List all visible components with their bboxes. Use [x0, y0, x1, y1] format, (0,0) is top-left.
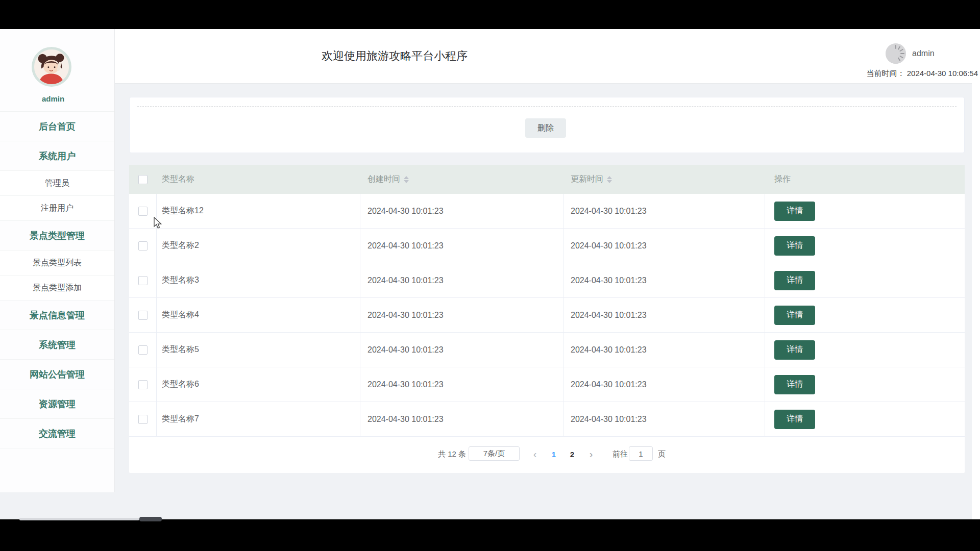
detail-button[interactable]: 详情 [774, 306, 815, 325]
seekbar-knob [139, 517, 162, 521]
cell-updated-time: 2024-04-30 10:01:23 [564, 333, 765, 367]
pagination-total: 共 12 条 [438, 449, 466, 459]
sidebar-item[interactable]: 系统管理 [0, 330, 114, 360]
page-number-2[interactable]: 2 [563, 446, 581, 462]
sidebar-item[interactable]: 后台首页 [0, 112, 114, 141]
table-row: 类型名称22024-04-30 10:01:232024-04-30 10:01… [129, 229, 965, 263]
page-number-1[interactable]: 1 [545, 446, 563, 462]
cell-updated-time: 2024-04-30 10:01:23 [564, 229, 765, 263]
cell-type-name: 类型名称6 [157, 367, 360, 402]
detail-button[interactable]: 详情 [774, 410, 815, 429]
sidebar-item[interactable]: 网站公告管理 [0, 360, 114, 389]
sidebar-item[interactable]: 系统用户 [0, 141, 114, 171]
table-body: 类型名称122024-04-30 10:01:232024-04-30 10:0… [129, 194, 965, 437]
cell-created-time: 2024-04-30 10:01:23 [360, 194, 564, 228]
row-checkbox[interactable] [138, 311, 148, 320]
cell-type-name: 类型名称7 [157, 402, 360, 436]
sort-icon[interactable] [607, 176, 612, 183]
table-row: 类型名称122024-04-30 10:01:232024-04-30 10:0… [129, 194, 965, 229]
detail-button[interactable]: 详情 [774, 340, 815, 360]
sort-icon[interactable] [404, 176, 409, 183]
pagination: 共 12 条 7条/页 ‹ 12 › 前往 页 [129, 446, 965, 463]
select-all-checkbox[interactable] [138, 175, 148, 184]
dashed-divider [137, 106, 957, 107]
app-viewport: admin 后台首页系统用户管理员注册用户景点类型管理景点类型列表景点类型添加景… [0, 29, 980, 519]
column-header-created-time[interactable]: 创建时间 [360, 165, 564, 194]
column-header-type-name[interactable]: 类型名称 [157, 165, 360, 194]
cell-type-name: 类型名称4 [157, 298, 360, 332]
detail-button[interactable]: 详情 [774, 202, 815, 221]
cell-type-name: 类型名称5 [157, 333, 360, 367]
next-page-icon[interactable]: › [584, 446, 598, 462]
placeholder-avatar-icon [886, 43, 906, 64]
row-checkbox[interactable] [138, 241, 148, 251]
cell-type-name: 类型名称3 [157, 263, 360, 297]
table-row: 类型名称62024-04-30 10:01:232024-04-30 10:01… [129, 367, 965, 402]
sidebar-username: admin [0, 94, 106, 103]
cell-updated-time: 2024-04-30 10:01:23 [564, 402, 765, 436]
detail-button[interactable]: 详情 [774, 236, 815, 256]
column-header-updated-time[interactable]: 更新时间 [564, 165, 765, 194]
cell-updated-time: 2024-04-30 10:01:23 [564, 263, 765, 297]
toolbar-panel: 删除 [129, 97, 965, 153]
letterbox-bottom [0, 519, 980, 551]
sidebar-item[interactable]: 景点信息管理 [0, 300, 114, 330]
table-row: 类型名称42024-04-30 10:01:232024-04-30 10:01… [129, 298, 965, 333]
cell-created-time: 2024-04-30 10:01:23 [360, 263, 564, 297]
page-title: 欢迎使用旅游攻略平台小程序 [322, 29, 468, 83]
cell-created-time: 2024-04-30 10:01:23 [360, 367, 564, 402]
cell-created-time: 2024-04-30 10:01:23 [360, 298, 564, 332]
goto-page-input[interactable] [629, 446, 653, 461]
page-size-select[interactable]: 7条/页 [469, 446, 520, 461]
row-checkbox[interactable] [138, 207, 148, 216]
sidebar-item[interactable]: 景点类型添加 [0, 276, 114, 300]
table-row: 类型名称72024-04-30 10:01:232024-04-30 10:01… [129, 402, 965, 437]
table-card: 类型名称 创建时间 更新时间 操作 类型名称122024-04-30 10:01… [129, 165, 965, 473]
row-checkbox[interactable] [138, 380, 148, 389]
page-number-list: 12 [545, 446, 581, 462]
sidebar-item[interactable]: 景点类型管理 [0, 221, 114, 251]
row-checkbox[interactable] [138, 415, 148, 424]
table-header-row: 类型名称 创建时间 更新时间 操作 [129, 165, 965, 194]
delete-button[interactable]: 删除 [525, 118, 566, 138]
row-checkbox[interactable] [138, 276, 148, 285]
scrollbar-track[interactable] [972, 83, 980, 519]
goto-label: 前往 [612, 449, 628, 459]
header-user-block[interactable]: admin [886, 42, 935, 65]
cell-type-name: 类型名称12 [157, 194, 360, 228]
sidebar: admin 后台首页系统用户管理员注册用户景点类型管理景点类型列表景点类型添加景… [0, 29, 115, 492]
cell-created-time: 2024-04-30 10:01:23 [360, 229, 564, 263]
detail-button[interactable]: 详情 [774, 375, 815, 394]
current-time: 当前时间： 2024-04-30 10:06:54 [867, 69, 978, 79]
row-checkbox[interactable] [138, 345, 148, 355]
sidebar-item[interactable]: 管理员 [0, 171, 114, 196]
current-time-value: 2024-04-30 10:06:54 [907, 69, 978, 78]
user-avatar [32, 47, 71, 87]
letterbox-top [0, 0, 980, 29]
sidebar-item[interactable]: 景点类型列表 [0, 251, 114, 276]
column-header-action: 操作 [765, 165, 965, 194]
sidebar-item[interactable]: 注册用户 [0, 196, 114, 221]
header: 欢迎使用旅游攻略平台小程序 admin 当前时间： [115, 29, 980, 84]
table-row: 类型名称32024-04-30 10:01:232024-04-30 10:01… [129, 263, 965, 298]
cell-created-time: 2024-04-30 10:01:23 [360, 402, 564, 436]
cell-updated-time: 2024-04-30 10:01:23 [564, 194, 765, 228]
cell-type-name: 类型名称2 [157, 229, 360, 263]
header-username: admin [912, 49, 935, 58]
detail-button[interactable]: 详情 [774, 271, 815, 290]
sidebar-item[interactable]: 交流管理 [0, 419, 114, 448]
page-unit-label: 页 [658, 449, 666, 459]
table-row: 类型名称52024-04-30 10:01:232024-04-30 10:01… [129, 333, 965, 367]
cell-created-time: 2024-04-30 10:01:23 [360, 333, 564, 367]
seekbar-line [19, 518, 139, 520]
current-time-label: 当前时间： [867, 69, 905, 78]
cell-updated-time: 2024-04-30 10:01:23 [564, 298, 765, 332]
prev-page-icon[interactable]: ‹ [528, 446, 542, 462]
girl-avatar-illustration [34, 49, 69, 84]
sidebar-menu: 后台首页系统用户管理员注册用户景点类型管理景点类型列表景点类型添加景点信息管理系… [0, 111, 114, 448]
cell-updated-time: 2024-04-30 10:01:23 [564, 367, 765, 402]
sidebar-item[interactable]: 资源管理 [0, 389, 114, 419]
